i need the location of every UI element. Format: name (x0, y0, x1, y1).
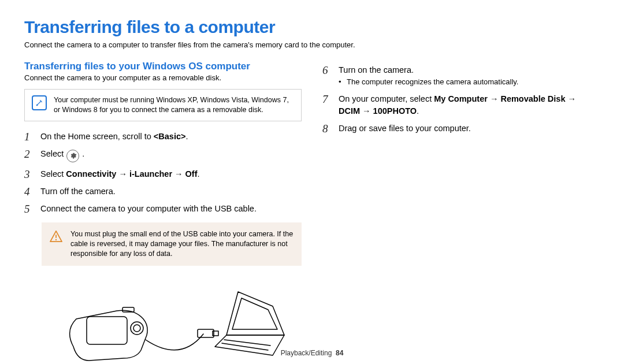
step-3: Select Connectivity → i-Launcher → Off. (24, 168, 302, 180)
footer-page-number: 84 (336, 349, 343, 357)
section-heading: Transferring files to your Windows OS co… (24, 61, 302, 72)
intro-text: Connect the camera to a computer to tran… (24, 40, 600, 49)
left-column: Transferring files to your Windows OS co… (24, 61, 302, 364)
step-5: Connect the camera to your computer with… (24, 203, 302, 214)
steps-left: On the Home screen, scroll to <Basic>. S… (24, 131, 302, 215)
warning-box: You must plug the small end of the USB c… (42, 222, 302, 266)
svg-rect-2 (87, 317, 127, 344)
step-6: Turn on the camera. The computer recogni… (322, 64, 600, 87)
steps-right: Turn on the camera. The computer recogni… (322, 64, 600, 134)
svg-point-4 (133, 325, 140, 332)
note-text: Your computer must be running Windows XP… (54, 95, 294, 115)
settings-icon (66, 150, 79, 162)
step-2: Select . (24, 148, 302, 162)
svg-point-1 (55, 239, 57, 240)
warning-text: You must plug the small end of the USB c… (70, 229, 294, 259)
warning-icon (50, 229, 62, 242)
section-subtext: Connect the camera to your computer as a… (24, 73, 302, 82)
svg-point-3 (131, 322, 143, 335)
step-1: On the Home screen, scroll to <Basic>. (24, 131, 302, 142)
step-8: Drag or save files to your computer. (322, 122, 600, 134)
page-title: Transferring files to a computer (24, 17, 600, 37)
svg-rect-6 (198, 329, 214, 337)
step-6-bullet: The computer recognizes the camera autom… (339, 77, 600, 87)
page-footer: Playback/Editing 84 (0, 349, 624, 357)
note-icon (32, 95, 47, 110)
note-box: Your computer must be running Windows XP… (24, 89, 302, 121)
step-7: On your computer, select My Computer → R… (322, 93, 600, 117)
step-4: Turn off the camera. (24, 185, 302, 197)
right-column: Turn on the camera. The computer recogni… (322, 61, 600, 364)
footer-section: Playback/Editing (281, 349, 332, 357)
svg-rect-5 (122, 307, 134, 312)
